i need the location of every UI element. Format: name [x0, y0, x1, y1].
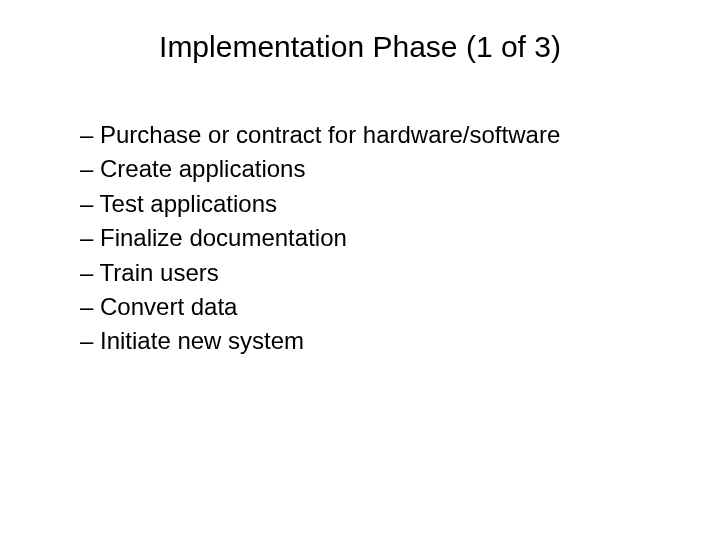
list-item-label: Finalize documentation — [100, 224, 347, 251]
page-title: Implementation Phase (1 of 3) — [50, 30, 670, 64]
list-item-label: Test applications — [100, 190, 277, 217]
list-item-label: Train users — [100, 259, 219, 286]
list-item: – Purchase or contract for hardware/soft… — [80, 119, 670, 151]
list-item-label: Create applications — [100, 155, 305, 182]
bullet-list: – Purchase or contract for hardware/soft… — [80, 119, 670, 358]
list-item: – Create applications — [80, 153, 670, 185]
dash-icon: – — [80, 259, 100, 286]
list-item: – Convert data — [80, 291, 670, 323]
dash-icon: – — [80, 293, 100, 320]
dash-icon: – — [80, 121, 100, 148]
dash-icon: – — [80, 327, 100, 354]
list-item: – Initiate new system — [80, 325, 670, 357]
list-item: – Train users — [80, 257, 670, 289]
list-item: – Test applications — [80, 188, 670, 220]
dash-icon: – — [80, 155, 100, 182]
dash-icon: – — [80, 190, 100, 217]
list-item: – Finalize documentation — [80, 222, 670, 254]
dash-icon: – — [80, 224, 100, 251]
list-item-label: Purchase or contract for hardware/softwa… — [100, 121, 560, 148]
list-item-label: Initiate new system — [100, 327, 304, 354]
list-item-label: Convert data — [100, 293, 237, 320]
